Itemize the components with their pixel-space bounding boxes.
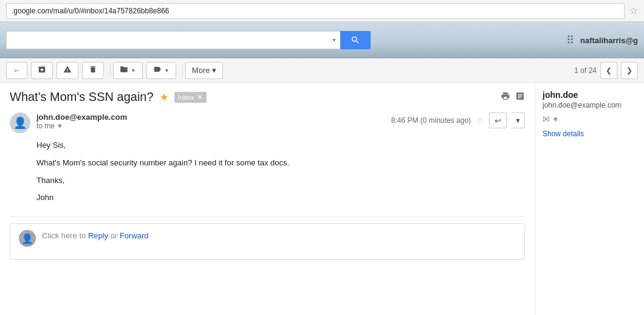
inbox-label: Inbox ✕ (174, 92, 207, 103)
toolbar-separator-2 (182, 64, 183, 77)
show-details-link[interactable]: Show details (543, 130, 584, 138)
sidebar: john.doe john.doe@example.com ✉ ▼ Show d… (535, 83, 644, 315)
folder-icon (120, 65, 128, 75)
delete-icon (89, 65, 97, 75)
delete-button[interactable] (82, 62, 104, 79)
forward-link[interactable]: Forward (120, 231, 149, 240)
reply-more-button[interactable]: ▼ (512, 112, 525, 128)
avatar-person-icon: 👤 (13, 116, 27, 130)
popout-icon[interactable] (515, 91, 525, 103)
archive-icon (38, 65, 46, 75)
contact-name: john.doe (543, 90, 637, 100)
label-icon (153, 65, 162, 75)
url-box: .google.com/mail/u/0/#inbox/14a757826bb8… (6, 3, 625, 19)
more-button[interactable]: More ▾ (185, 62, 223, 79)
next-icon: ❯ (626, 66, 632, 75)
toolbar: ← ▼ ▼ More ▾ 1 of 24 ❮ ❯ (0, 58, 644, 83)
subject-row: What's Mom's SSN again? ★ Inbox ✕ (10, 90, 525, 104)
move-button[interactable]: ▼ (113, 62, 143, 79)
address-bar: .google.com/mail/u/0/#inbox/14a757826bb8… (0, 0, 644, 22)
email-pane: What's Mom's SSN again? ★ Inbox ✕ 👤 (0, 83, 535, 315)
to-dropdown-button[interactable]: ▼ (57, 122, 63, 130)
reply-avatar-icon: 👤 (21, 233, 33, 244)
user-name: naftaliharris@g (580, 36, 638, 45)
reply-prefix: Click here to (42, 231, 88, 240)
email-meta: john.doe@example.com to me ▼ (36, 112, 391, 130)
prev-button[interactable]: ❮ (600, 62, 617, 79)
reply-button[interactable]: ↩ (489, 112, 507, 128)
reply-mid: or (108, 231, 120, 240)
apps-icon[interactable]: ⠿ (566, 33, 574, 47)
body-line3: Thanks, (36, 175, 525, 187)
email-from: john.doe@example.com (36, 112, 391, 122)
back-button[interactable]: ← (6, 62, 27, 79)
star-button[interactable]: ☆ (476, 115, 484, 126)
more-label: More ▾ (192, 66, 216, 75)
email-subject: What's Mom's SSN again? (10, 90, 154, 104)
email-type-dropdown[interactable]: ▼ (552, 116, 559, 123)
search-input[interactable] (6, 31, 328, 49)
inbox-label-text: Inbox (178, 94, 194, 101)
back-icon: ← (13, 66, 21, 75)
labels-button[interactable]: ▼ (146, 62, 176, 79)
to-label: to me (36, 122, 55, 130)
email-message: 👤 john.doe@example.com to me ▼ 8:46 PM (… (10, 112, 525, 217)
toolbar-right: 1 of 24 ❮ ❯ (574, 62, 638, 79)
email-to: to me ▼ (36, 122, 391, 130)
search-container: ▼ (6, 31, 371, 49)
reply-text: Click here to Reply or Forward (42, 230, 149, 243)
header-right: ⠿ naftaliharris@g (566, 33, 638, 47)
contact-email-row: ✉ ▼ (543, 114, 637, 124)
subject-icons (501, 91, 525, 103)
body-line2: What's Mom's social security number agai… (36, 157, 525, 170)
search-button[interactable] (340, 31, 371, 49)
email-body: Hey Sis, What's Mom's social security nu… (10, 139, 525, 204)
email-header: 👤 john.doe@example.com to me ▼ 8:46 PM (… (10, 112, 525, 133)
labels-dropdown-arrow: ▼ (164, 68, 170, 74)
toolbar-separator-1 (110, 64, 111, 77)
prev-icon: ❮ (606, 66, 612, 75)
body-line1: Hey Sis, (36, 139, 525, 152)
report-button[interactable] (57, 62, 78, 79)
email-icon: ✉ (543, 114, 550, 124)
body-line4: John (36, 192, 525, 204)
reply-link[interactable]: Reply (88, 231, 108, 240)
move-dropdown-arrow: ▼ (131, 68, 136, 74)
email-time-row: 8:46 PM (0 minutes ago) ☆ ↩ ▼ (391, 112, 525, 128)
remove-label-button[interactable]: ✕ (197, 93, 203, 102)
print-icon[interactable] (501, 91, 510, 103)
pagination-label: 1 of 24 (574, 66, 597, 75)
gmail-header: ▼ ⠿ naftaliharris@g (0, 22, 644, 58)
reply-avatar: 👤 (19, 230, 36, 247)
star-label-icon: ★ (159, 92, 170, 103)
contact-email: john.doe@example.com (543, 101, 637, 109)
report-icon (63, 65, 72, 75)
sender-avatar: 👤 (10, 112, 30, 133)
url-text: .google.com/mail/u/0/#inbox/14a757826bb8… (12, 7, 619, 15)
bookmark-icon[interactable]: ☆ (629, 5, 638, 16)
search-dropdown-btn[interactable]: ▼ (328, 31, 340, 49)
main-content: What's Mom's SSN again? ★ Inbox ✕ 👤 (0, 83, 644, 315)
next-button[interactable]: ❯ (621, 62, 638, 79)
reply-area[interactable]: 👤 Click here to Reply or Forward (10, 223, 525, 260)
email-time: 8:46 PM (0 minutes ago) (391, 116, 471, 125)
archive-button[interactable] (31, 62, 53, 79)
